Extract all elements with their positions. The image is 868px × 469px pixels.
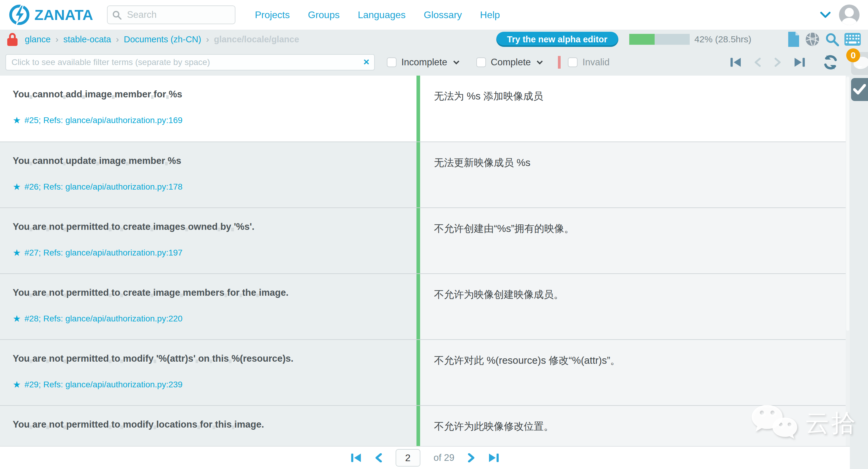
- zanata-logo[interactable]: ZANATA: [8, 4, 93, 26]
- first-page-button[interactable]: [730, 57, 741, 67]
- source-text: You are not permitted to modify location…: [13, 419, 404, 430]
- nav-glossary[interactable]: Glossary: [424, 9, 462, 21]
- bookmark-star-icon[interactable]: ★: [13, 115, 21, 125]
- target-cell[interactable]: 不允许对此 %(resource)s 修改“%(attr)s”。: [420, 340, 850, 405]
- target-text: 不允许创建由“%s”拥有的映像。: [434, 222, 838, 236]
- reference-text[interactable]: #29; Refs: glance/api/authorization.py:2…: [25, 380, 183, 389]
- breadcrumb: glance › stable-ocata › Documents (zh-CN…: [25, 34, 299, 45]
- checkmark-icon: [853, 84, 866, 95]
- scrollbar-thumb[interactable]: [846, 77, 849, 331]
- filter-bar: × Incomplete Complete Invalid: [0, 49, 868, 76]
- source-text: You are not permitted to create images o…: [13, 221, 404, 232]
- globe-icon[interactable]: [805, 32, 819, 47]
- breadcrumb-current-document: glance/locale/glance: [214, 34, 299, 45]
- keyboard-icon[interactable]: [844, 33, 861, 46]
- bookmark-star-icon[interactable]: ★: [13, 313, 21, 324]
- progress-fill: [629, 34, 655, 45]
- clear-filter-icon[interactable]: ×: [363, 57, 369, 67]
- nav-help[interactable]: Help: [480, 9, 500, 21]
- prev-page-button[interactable]: [374, 453, 382, 462]
- first-page-button[interactable]: [351, 453, 361, 462]
- document-icon[interactable]: [787, 32, 800, 47]
- incomplete-dropdown-chevron-icon[interactable]: [453, 58, 459, 64]
- brand-wordmark: ZANATA: [34, 6, 93, 23]
- bookmark-star-icon[interactable]: ★: [13, 247, 21, 258]
- target-cell[interactable]: 不允许创建由“%s”拥有的映像。: [420, 208, 850, 273]
- breadcrumb-separator: ›: [55, 34, 58, 45]
- breadcrumb-bar: glance › stable-ocata › Documents (zh-CN…: [0, 30, 868, 49]
- filter-input[interactable]: [5, 54, 375, 70]
- alpha-editor-button[interactable]: Try the new alpha editor: [496, 32, 618, 47]
- target-cell[interactable]: 不允许为映像创建映像成员。: [420, 274, 850, 339]
- status-divider: [416, 208, 420, 273]
- right-sidebar: 0: [850, 49, 868, 469]
- target-text: 不允许为映像创建映像成员。: [434, 288, 838, 301]
- bookmark-star-icon[interactable]: ★: [13, 379, 21, 390]
- page-number-input[interactable]: [396, 449, 421, 467]
- breadcrumb-project[interactable]: glance: [25, 34, 51, 45]
- translation-row[interactable]: You are not permitted to modify '%(attr)…: [0, 339, 850, 405]
- notifications-button[interactable]: 0: [851, 52, 868, 75]
- source-cell[interactable]: You are not permitted to create image me…: [0, 274, 416, 339]
- next-page-button[interactable]: [774, 57, 782, 67]
- last-page-button[interactable]: [794, 57, 805, 67]
- main-nav: Projects Groups Languages Glossary Help: [255, 9, 500, 21]
- nav-languages[interactable]: Languages: [358, 9, 406, 21]
- translation-row[interactable]: You cannot update image member %s ★ #26;…: [0, 142, 850, 207]
- vertical-scrollbar[interactable]: [846, 76, 850, 446]
- source-cell[interactable]: You cannot add image member for %s ★ #25…: [0, 76, 416, 142]
- reference-text[interactable]: #26; Refs: glance/api/authorization.py:1…: [25, 182, 183, 192]
- nav-groups[interactable]: Groups: [308, 9, 340, 21]
- target-cell[interactable]: 无法为 %s 添加映像成员: [420, 76, 850, 142]
- incomplete-label: Incomplete: [401, 57, 447, 68]
- user-avatar[interactable]: [839, 4, 860, 25]
- complete-checkbox[interactable]: [476, 57, 486, 67]
- search-document-icon[interactable]: [825, 32, 839, 46]
- source-reference: ★ #25; Refs: glance/api/authorization.py…: [13, 115, 404, 125]
- reference-text[interactable]: #25; Refs: glance/api/authorization.py:1…: [25, 116, 183, 125]
- notification-badge: 0: [846, 48, 860, 62]
- top-pager: [730, 54, 838, 70]
- chevron-down-icon[interactable]: [820, 11, 831, 18]
- translation-row[interactable]: You are not permitted to modify location…: [0, 405, 850, 446]
- breadcrumb-documents[interactable]: Documents (zh-CN): [124, 34, 201, 45]
- translation-row[interactable]: You are not permitted to create images o…: [0, 207, 850, 273]
- source-reference: ★ #29; Refs: glance/api/authorization.py…: [13, 379, 404, 390]
- search-input[interactable]: [107, 5, 236, 24]
- reference-text[interactable]: #28; Refs: glance/api/authorization.py:2…: [25, 314, 183, 324]
- incomplete-filter: Incomplete: [387, 57, 458, 68]
- source-cell[interactable]: You cannot update image member %s ★ #26;…: [0, 142, 416, 207]
- validation-options-button[interactable]: [851, 78, 868, 101]
- source-reference: ★ #26; Refs: glance/api/authorization.py…: [13, 181, 404, 192]
- prev-page-button[interactable]: [753, 57, 762, 67]
- reference-text[interactable]: #27; Refs: glance/api/authorization.py:1…: [25, 248, 183, 258]
- page-count-label: of 29: [434, 452, 455, 463]
- source-cell[interactable]: You are not permitted to create images o…: [0, 208, 416, 273]
- invalid-filter: Invalid: [568, 57, 610, 68]
- source-text: You cannot update image member %s: [13, 155, 404, 166]
- last-page-button[interactable]: [489, 453, 499, 462]
- target-text: 不允许为此映像修改位置。: [434, 420, 838, 433]
- lock-icon: [7, 32, 18, 47]
- complete-dropdown-chevron-icon[interactable]: [537, 58, 543, 64]
- nav-projects[interactable]: Projects: [255, 9, 290, 21]
- source-reference: ★ #27; Refs: glance/api/authorization.py…: [13, 247, 404, 258]
- bottom-pagination: of 29: [0, 446, 850, 469]
- breadcrumb-version[interactable]: stable-ocata: [63, 34, 111, 45]
- source-cell[interactable]: You are not permitted to modify location…: [0, 406, 416, 446]
- bookmark-star-icon[interactable]: ★: [13, 181, 21, 192]
- invalid-checkbox[interactable]: [568, 57, 578, 67]
- progress-bar: [629, 34, 690, 45]
- translation-row[interactable]: You cannot add image member for %s ★ #25…: [0, 76, 850, 142]
- target-cell[interactable]: 无法更新映像成员 %s: [420, 142, 850, 207]
- source-cell[interactable]: You are not permitted to modify '%(attr)…: [0, 340, 416, 405]
- top-header: ZANATA Projects Groups Languages Glossar…: [0, 0, 868, 30]
- translation-row[interactable]: You are not permitted to create image me…: [0, 273, 850, 339]
- invalid-label: Invalid: [582, 57, 610, 68]
- source-text: You are not permitted to modify '%(attr)…: [13, 353, 404, 364]
- invalid-indicator-bar: [558, 56, 561, 69]
- incomplete-checkbox[interactable]: [387, 57, 397, 67]
- target-cell[interactable]: 不允许为此映像修改位置。: [420, 406, 850, 446]
- refresh-icon[interactable]: [823, 54, 838, 70]
- next-page-button[interactable]: [468, 453, 475, 462]
